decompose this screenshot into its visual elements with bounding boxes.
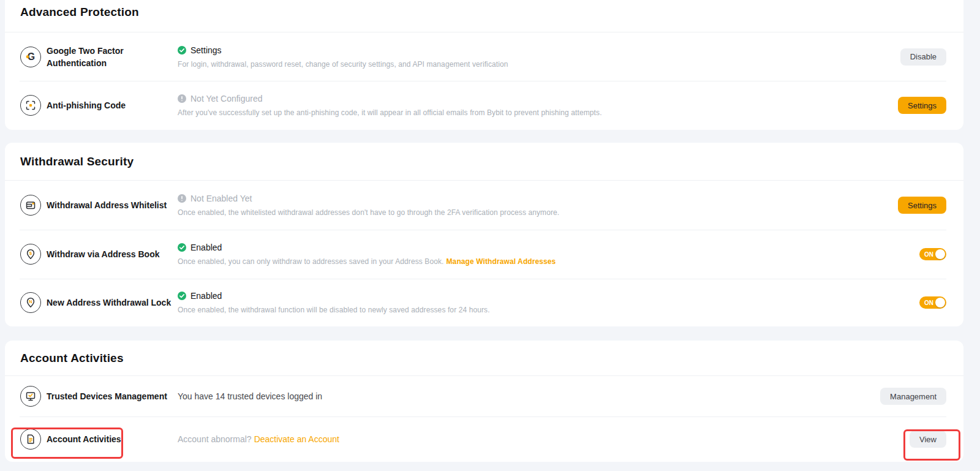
address-book-pin-icon: $ [20, 244, 41, 265]
withdrawal-whitelist-icon [20, 195, 41, 216]
row-label-google-2fa: Google Two Factor Authentication [47, 45, 178, 69]
settings-content: Advanced Protection G Google Two Factor … [5, 0, 963, 462]
toggle-on-label: ON [924, 300, 933, 306]
row-label-trusted-devices: Trusted Devices Management [47, 390, 167, 402]
row-description: Once enabled, the whitelisted withdrawal… [178, 208, 898, 217]
success-status-icon [178, 46, 186, 55]
account-activities-card: Account Activities Trusted Devices Manag… [5, 341, 963, 462]
section-title-withdrawal-security: Withdrawal Security [20, 155, 134, 168]
row-label-anti-phishing: Anti-phishing Code [47, 99, 126, 111]
advanced-protection-header: Advanced Protection [5, 0, 963, 32]
view-account-activities-button[interactable]: View [910, 431, 946, 448]
trusted-devices-row: Trusted Devices Management You have 14 t… [5, 376, 963, 416]
trusted-devices-management-button[interactable]: Management [880, 388, 946, 405]
withdrawal-security-card: Withdrawal Security Withdrawal Address W… [5, 143, 963, 326]
row-label-account-activities: Account Activities [47, 433, 121, 445]
success-status-icon [178, 292, 186, 300]
status-text: Settings [190, 45, 222, 55]
status-text: Enabled [190, 243, 222, 252]
account-activities-header: Account Activities [5, 341, 963, 376]
row-description: Once enabled, you can only withdraw to a… [178, 257, 444, 266]
toggle-knob [935, 298, 945, 307]
new-address-lock-pin-icon: N [20, 292, 41, 313]
whitelist-settings-button[interactable]: Settings [898, 197, 946, 214]
status-text: Enabled [190, 291, 222, 301]
security-settings-page: { "sections": [ { "title": "Advanced Pro… [0, 0, 980, 471]
withdraw-address-book-row: $ Withdraw via Address Book Enabled Once… [5, 230, 963, 279]
manage-withdrawal-addresses-link[interactable]: Manage Withdrawal Addresses [447, 257, 556, 266]
new-address-lock-row: N New Address Withdrawal Lock Enabled On… [5, 279, 963, 326]
row-label-new-address-lock: New Address Withdrawal Lock [47, 296, 171, 309]
info-status-icon [178, 94, 186, 103]
anti-phishing-settings-button[interactable]: Settings [898, 97, 946, 114]
account-activities-document-icon [20, 429, 41, 450]
toggle-on-label: ON [924, 251, 933, 258]
account-abnormal-text: Account abnormal? [178, 434, 252, 444]
withdrawal-whitelist-row: Withdrawal Address Whitelist Not Enabled… [5, 181, 963, 230]
trusted-devices-monitor-icon [20, 386, 41, 407]
anti-phishing-code-icon [20, 95, 41, 116]
deactivate-account-link[interactable]: Deactivate an Account [254, 434, 339, 444]
anti-phishing-row: Anti-phishing Code Not Yet Configured Af… [5, 81, 963, 130]
svg-text:$: $ [29, 251, 32, 256]
info-status-icon [178, 194, 186, 203]
row-label-address-book: Withdraw via Address Book [47, 248, 160, 260]
google-2fa-icon: G [20, 47, 41, 67]
new-address-lock-toggle[interactable]: ON [919, 296, 946, 309]
advanced-protection-card: Advanced Protection G Google Two Factor … [5, 0, 963, 130]
status-text: Not Enabled Yet [190, 194, 252, 203]
address-book-toggle[interactable]: ON [919, 248, 946, 260]
google-2fa-row: G Google Two Factor Authentication Setti… [5, 32, 963, 81]
disable-2fa-button[interactable]: Disable [900, 48, 946, 66]
svg-text:N: N [29, 299, 32, 304]
row-description: For login, withdrawal, password reset, c… [178, 60, 900, 69]
row-description: After you've successfully set up the ant… [178, 108, 898, 117]
row-label-withdrawal-whitelist: Withdrawal Address Whitelist [47, 199, 167, 211]
status-text: Not Yet Configured [190, 94, 263, 104]
withdrawal-security-header: Withdrawal Security [5, 143, 963, 181]
row-description: Once enabled, the withdrawal function wi… [178, 306, 919, 314]
success-status-icon [178, 243, 186, 252]
toggle-knob [935, 249, 945, 259]
section-title-advanced-protection: Advanced Protection [20, 6, 139, 19]
section-title-account-activities: Account Activities [20, 352, 124, 365]
trusted-devices-count-text: You have 14 trusted devices logged in [178, 391, 322, 401]
account-activities-row: Account Activities Account abnormal?Deac… [5, 416, 963, 462]
